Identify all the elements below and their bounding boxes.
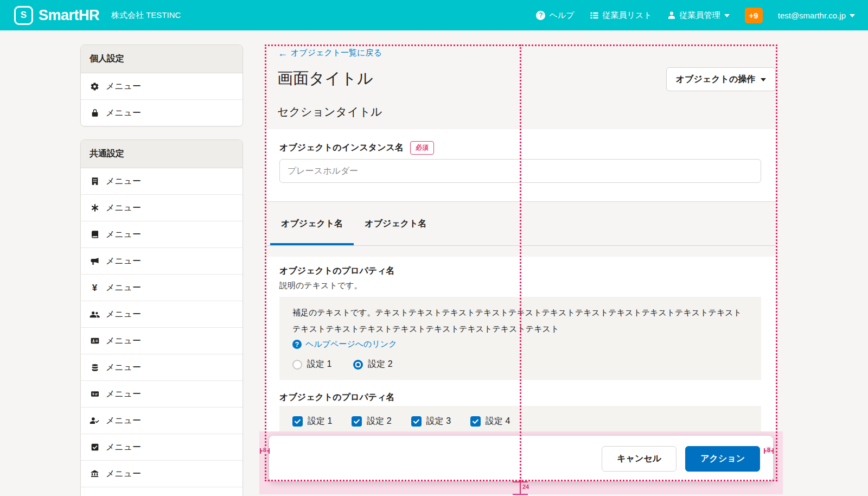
sidebar-item-menu[interactable]: メニュー <box>81 328 242 354</box>
instance-name-input[interactable] <box>279 159 761 183</box>
help-page-link[interactable]: ? ヘルプページへのリンク <box>292 339 748 349</box>
tab-label: オブジェクト名 <box>365 218 426 230</box>
money-check-icon: $ <box>90 390 100 398</box>
id-card-icon <box>90 336 100 345</box>
nav-help[interactable]: ? ヘルプ <box>536 10 574 21</box>
action-button[interactable]: アクション <box>685 446 760 472</box>
property-name-label: オブジェクトのプロパティ名 <box>279 392 395 403</box>
radio-unchecked-icon <box>292 360 302 370</box>
sidebar-group-personal: 個人設定 メニュー メニュー <box>80 44 243 126</box>
checkbox-label: 設定 4 <box>486 416 510 427</box>
sidebar-item-menu[interactable]: メニュー <box>81 461 242 487</box>
check-square-icon <box>90 443 100 452</box>
chevron-down-icon <box>850 14 855 17</box>
page-title: 画面タイトル <box>277 68 373 90</box>
radio-option-1[interactable]: 設定 1 <box>292 359 331 370</box>
sidebar-item-menu[interactable]: $ メニュー <box>81 381 242 408</box>
sidebar-item-menu[interactable]: メニュー <box>81 434 242 461</box>
sidebar-group-title: 個人設定 <box>81 45 242 73</box>
smarthr-logo-text: SmartHR <box>39 7 99 24</box>
radio-label: 設定 2 <box>368 359 392 370</box>
checkbox-group: 設定 1 設定 2 設定 3 設定 4 <box>292 416 748 427</box>
database-icon <box>90 363 100 372</box>
object-tab-bar: オブジェクト名 オブジェクト名 <box>266 202 776 246</box>
sidebar-item-menu[interactable]: メニュー <box>81 168 242 195</box>
back-arrow-icon: ← <box>278 48 288 58</box>
lock-icon <box>90 109 100 117</box>
sidebar-group-common: 共通設定 メニュー メニュー メニュー メニュー ¥ <box>80 139 243 496</box>
app-header: S SmartHR 株式会社 TESTINC ? ヘルプ 従業員リスト 従業員管… <box>0 0 868 30</box>
checkbox-checked-icon <box>411 416 422 427</box>
property-description: 説明のテキストです。 <box>279 281 362 291</box>
megaphone-icon <box>90 257 100 266</box>
sidebar-item-label: メニュー <box>106 309 141 320</box>
help-icon: ? <box>536 11 545 20</box>
instance-name-label: オブジェクトのインスタンス名 <box>279 142 404 154</box>
checkbox-label: 設定 2 <box>367 416 391 427</box>
nav-employee-list-label: 従業員リスト <box>603 10 652 21</box>
section-title: セクションタイトル <box>277 104 382 119</box>
sidebar-item-label: メニュー <box>106 389 141 400</box>
nav-employee-admin-label: 従業員管理 <box>680 10 720 21</box>
back-link-label: オブジェクト一覧に戻る <box>291 48 382 58</box>
sidebar-item-label: メニュー <box>106 256 141 267</box>
back-to-object-list-link[interactable]: ← オブジェクト一覧に戻る <box>278 48 382 58</box>
cancel-button[interactable]: キャンセル <box>602 446 676 472</box>
note-text: 補足のテキストです。テキストテキストテキストテキストテキストテキストテキストテキ… <box>292 304 748 337</box>
sidebar-item-label: メニュー <box>106 442 141 453</box>
nav-employee-list[interactable]: 従業員リスト <box>590 10 652 21</box>
action-footer-bar: キャンセル アクション <box>269 436 773 481</box>
notification-badge[interactable]: +9 <box>745 8 763 23</box>
required-badge: 必須 <box>410 141 434 155</box>
person-icon <box>667 11 676 20</box>
sidebar-item-menu[interactable]: メニュー <box>81 301 242 328</box>
checkbox-checked-icon <box>470 416 481 427</box>
checkbox-option-3[interactable]: 設定 3 <box>411 416 451 427</box>
users-icon <box>90 310 100 319</box>
company-name: 株式会社 TESTINC <box>111 10 181 21</box>
instance-name-section: オブジェクトのインスタンス名 必須 <box>266 129 776 202</box>
checkbox-option-2[interactable]: 設定 2 <box>352 416 391 427</box>
tab-object-name-2[interactable]: オブジェクト名 <box>354 202 437 245</box>
smarthr-logo[interactable]: S SmartHR <box>14 6 99 25</box>
asterisk-icon <box>90 204 100 212</box>
sidebar-item-label: メニュー <box>106 282 141 294</box>
checkbox-option-1[interactable]: 設定 1 <box>292 416 332 427</box>
radio-label: 設定 1 <box>307 359 331 370</box>
list-icon <box>590 11 599 20</box>
sidebar-item-label: メニュー <box>106 335 141 347</box>
sidebar-item-menu[interactable]: メニュー <box>81 248 242 275</box>
sidebar-item-menu[interactable]: メニュー <box>81 195 242 221</box>
account-email: test@smarthr.co.jp <box>778 11 846 20</box>
account-menu[interactable]: test@smarthr.co.jp <box>778 11 855 20</box>
checkbox-option-4[interactable]: 設定 4 <box>470 416 510 427</box>
radio-checked-icon <box>353 360 363 370</box>
book-icon <box>90 230 100 239</box>
building-icon <box>90 177 100 186</box>
checkbox-checked-icon <box>292 416 303 427</box>
smarthr-logo-icon: S <box>14 6 33 25</box>
radio-option-2[interactable]: 設定 2 <box>353 359 392 370</box>
checkbox-label: 設定 3 <box>426 416 451 427</box>
sidebar-group-title: 共通設定 <box>81 140 242 168</box>
sidebar-item-menu[interactable]: メニュー <box>81 408 242 434</box>
sidebar-item-menu[interactable]: メニュー <box>81 221 242 248</box>
sidebar-item-menu[interactable]: ¥ メニュー <box>81 275 242 301</box>
nav-help-label: ヘルプ <box>549 10 574 21</box>
object-actions-dropdown-button[interactable]: オブジェクトの操作 <box>666 67 776 91</box>
sidebar-item-partial <box>81 487 242 496</box>
user-check-icon <box>90 416 100 425</box>
chevron-down-icon <box>724 14 730 17</box>
gear-icon <box>90 82 100 91</box>
help-link-label: ヘルプページへのリンク <box>305 339 397 349</box>
checkbox-label: 設定 1 <box>308 416 332 427</box>
sidebar-item-menu[interactable]: メニュー <box>81 73 242 100</box>
nav-employee-admin[interactable]: 従業員管理 <box>667 10 730 21</box>
object-actions-label: オブジェクトの操作 <box>676 74 756 85</box>
tab-object-name-1[interactable]: オブジェクト名 <box>270 202 354 245</box>
tab-label: オブジェクト名 <box>281 218 343 230</box>
sidebar-item-menu[interactable]: メニュー <box>81 354 242 381</box>
sidebar-item-menu[interactable]: メニュー <box>81 100 242 126</box>
checkbox-checked-icon <box>352 416 362 427</box>
radio-group: 設定 1 設定 2 <box>292 359 748 372</box>
